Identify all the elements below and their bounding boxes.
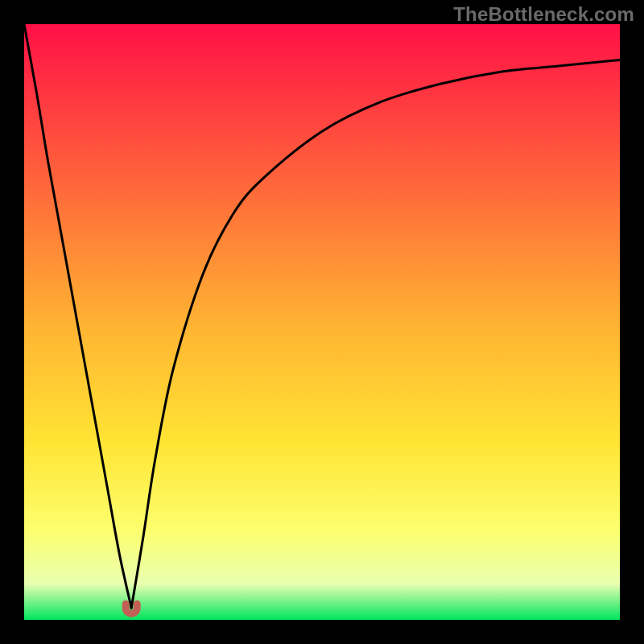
watermark-text: TheBottleneck.com: [453, 3, 634, 26]
chart-svg: [24, 24, 620, 620]
gradient-bg: [24, 24, 620, 620]
chart-frame: TheBottleneck.com: [0, 0, 644, 644]
